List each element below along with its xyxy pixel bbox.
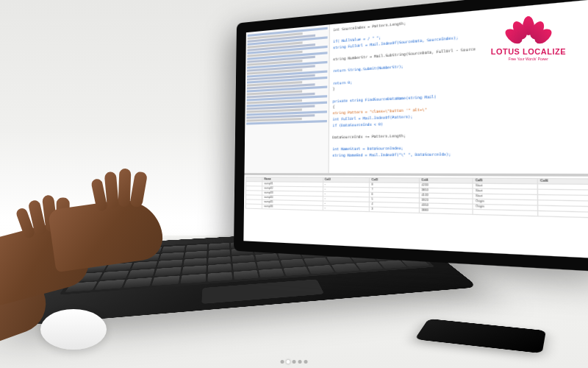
brand-logo: LOTUS LOCALIZE Free Your Words' Power	[491, 15, 566, 61]
carousel-dot[interactable]	[298, 360, 302, 364]
ide-sidebar	[244, 24, 330, 173]
data-table: NameCol2Col3Col4Col5Col6samp01-84200Star…	[245, 177, 588, 219]
laptop-trackpad	[201, 279, 324, 304]
carousel-dots	[281, 360, 308, 364]
carousel-dot[interactable]	[293, 360, 296, 364]
lotus-flower-icon	[506, 15, 551, 44]
data-table-panel: NameCol2Col3Col4Col5Col6samp01-84200Star…	[243, 175, 588, 259]
carousel-dot-active[interactable]	[287, 360, 290, 364]
brand-name: LOTUS LOCALIZE	[491, 47, 566, 56]
carousel-dot[interactable]	[304, 360, 308, 364]
ide-bottom-panel: NameCol2Col3Col4Col5Col6samp01-84200Star…	[243, 174, 588, 259]
photo-scene: int SourceIndex = Pattern.Length; if( Nu…	[0, 0, 588, 368]
carousel-dot[interactable]	[281, 360, 284, 364]
hands-typing	[0, 177, 176, 324]
brand-tagline: Free Your Words' Power	[491, 57, 566, 61]
